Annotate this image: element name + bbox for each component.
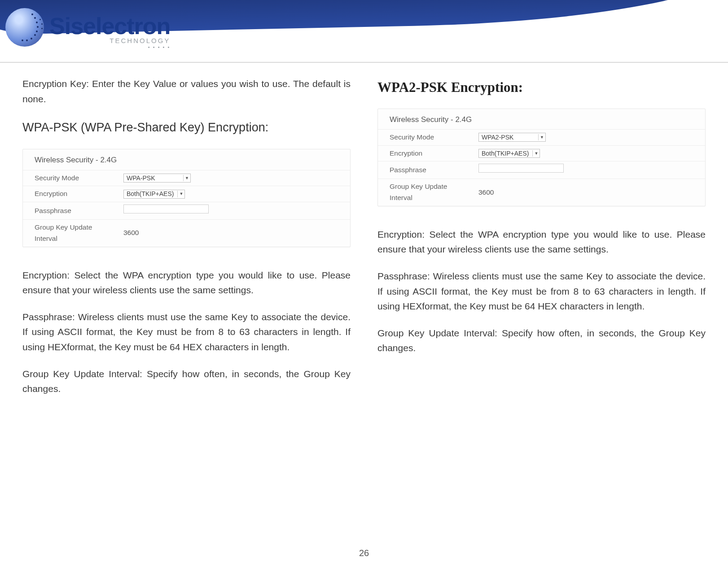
table-row: Encryption Both(TKIP+AES) ▼ xyxy=(23,186,350,202)
gkui-value: 3600 xyxy=(472,179,705,206)
shot-title: Wireless Security - 2.4G xyxy=(378,109,705,129)
chevron-down-icon: ▼ xyxy=(532,150,538,157)
shot-title: Wireless Security - 2.4G xyxy=(23,149,350,170)
settings-table: Security Mode WPA2-PSK ▼ Encryption xyxy=(378,129,705,206)
table-row: Passphrase xyxy=(23,202,350,220)
right-column: WPA2-PSK Encryption: Wireless Security -… xyxy=(377,76,706,408)
passphrase-input[interactable] xyxy=(123,205,209,213)
wpa-psk-screenshot: Wireless Security - 2.4G Security Mode W… xyxy=(22,149,351,247)
encryption-paragraph: Encryption: Select the WPA encryption ty… xyxy=(377,227,706,257)
select-value: WPA2-PSK xyxy=(482,132,513,142)
row-label: Encryption xyxy=(23,186,117,202)
table-row: Security Mode WPA2-PSK ▼ xyxy=(378,129,705,145)
header-banner: Siselectron TECHNOLOGY • • • • • xyxy=(0,0,728,63)
row-label: Group Key Update Interval xyxy=(378,179,472,206)
table-row: Encryption Both(TKIP+AES) ▼ xyxy=(378,145,705,161)
document-page: Siselectron TECHNOLOGY • • • • • Encrypt… xyxy=(0,0,728,570)
row-label: Security Mode xyxy=(378,129,472,145)
brand-logo: Siselectron TECHNOLOGY • • • • • xyxy=(5,4,170,50)
table-row: Security Mode WPA-PSK ▼ xyxy=(23,170,350,186)
page-number: 26 xyxy=(0,548,728,558)
wpa-psk-heading: WPA-PSK (WPA Pre-Shared Key) Encryption: xyxy=(22,118,351,137)
encryption-paragraph: Encryption: Select the WPA encryption ty… xyxy=(22,268,351,298)
intro-paragraph: Encryption Key: Enter the Key Value or v… xyxy=(22,76,351,106)
content-area: Encryption Key: Enter the Key Value or v… xyxy=(0,63,728,408)
table-row: Passphrase xyxy=(378,161,705,179)
select-value: Both(TKIP+AES) xyxy=(482,148,529,158)
gkui-value: 3600 xyxy=(117,219,350,246)
table-row: Group Key Update Interval 3600 xyxy=(378,179,705,206)
passphrase-paragraph: Passphrase: Wireless clients must use th… xyxy=(22,309,351,355)
encryption-select[interactable]: Both(TKIP+AES) ▼ xyxy=(478,149,540,158)
passphrase-input[interactable] xyxy=(478,164,564,173)
wpa2-psk-screenshot: Wireless Security - 2.4G Security Mode W… xyxy=(377,109,706,206)
security-mode-select[interactable]: WPA-PSK ▼ xyxy=(123,174,191,183)
left-column: Encryption Key: Enter the Key Value or v… xyxy=(22,76,351,408)
chevron-down-icon: ▼ xyxy=(538,134,544,140)
select-value: Both(TKIP+AES) xyxy=(127,189,174,199)
row-label: Security Mode xyxy=(23,170,117,186)
passphrase-paragraph: Passphrase: Wireless clients must use th… xyxy=(377,269,706,314)
row-label: Encryption xyxy=(378,145,472,161)
brand-name: Siselectron xyxy=(49,13,170,39)
table-row: Group Key Update Interval 3600 xyxy=(23,219,350,246)
select-value: WPA-PSK xyxy=(127,173,155,183)
row-label: Passphrase xyxy=(23,202,117,220)
chevron-down-icon: ▼ xyxy=(177,191,183,197)
settings-table: Security Mode WPA-PSK ▼ Encryption xyxy=(23,170,350,247)
chevron-down-icon: ▼ xyxy=(183,175,189,181)
wpa2-psk-heading: WPA2-PSK Encryption: xyxy=(377,76,706,99)
brand-dots: • • • • • xyxy=(49,44,170,50)
encryption-select[interactable]: Both(TKIP+AES) ▼ xyxy=(123,190,185,199)
gkui-paragraph: Group Key Update Interval: Specify how o… xyxy=(22,366,351,396)
row-label: Group Key Update Interval xyxy=(23,219,117,246)
row-label: Passphrase xyxy=(378,161,472,179)
security-mode-select[interactable]: WPA2-PSK ▼ xyxy=(478,133,546,142)
globe-icon xyxy=(5,8,44,47)
gkui-paragraph: Group Key Update Interval: Specify how o… xyxy=(377,326,706,356)
